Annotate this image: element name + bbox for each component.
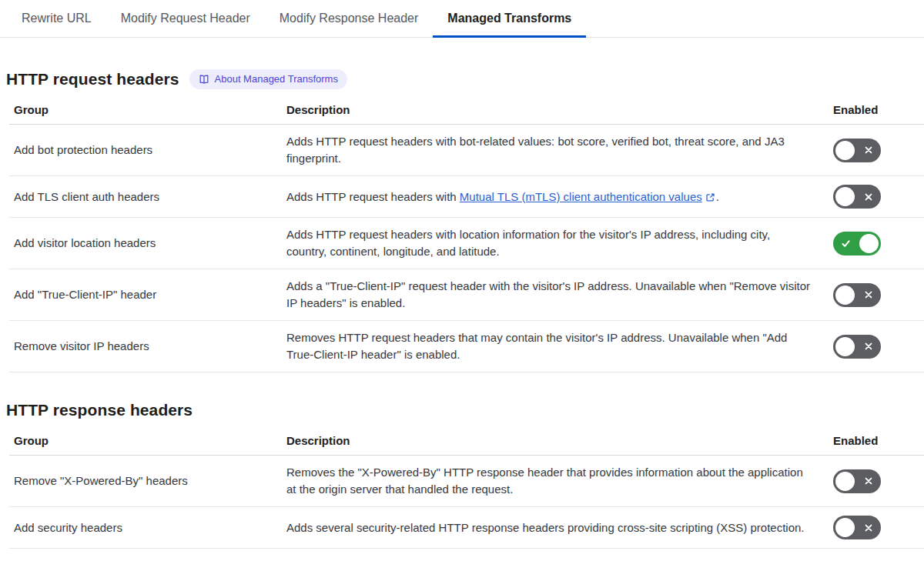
toggle-knob bbox=[859, 234, 879, 253]
table-header-row: Group Description Enabled bbox=[9, 99, 924, 125]
toggle-knob bbox=[835, 472, 855, 491]
tab-modify-request-header[interactable]: Modify Request Header bbox=[106, 0, 265, 37]
enabled-cell bbox=[833, 469, 882, 493]
description-cell: Removes HTTP request headers that may co… bbox=[286, 329, 833, 363]
column-header-group: Group bbox=[14, 434, 286, 447]
table-row: Remove visitor IP headersRemoves HTTP re… bbox=[9, 321, 924, 372]
table-body: Remove "X-Powered-By" headersRemoves the… bbox=[9, 456, 924, 549]
table-row: Remove "X-Powered-By" headersRemoves the… bbox=[9, 456, 924, 507]
column-header-description: Description bbox=[286, 103, 833, 116]
enabled-cell bbox=[833, 139, 882, 162]
group-cell: Add "True-Client-IP" header bbox=[14, 286, 286, 303]
request-headers-table: Group Description Enabled Add bot protec… bbox=[9, 99, 924, 372]
tab-rewrite-url[interactable]: Rewrite URL bbox=[7, 0, 106, 37]
book-icon bbox=[199, 74, 209, 85]
enabled-toggle[interactable] bbox=[833, 469, 881, 493]
x-icon bbox=[864, 523, 873, 533]
enabled-cell bbox=[833, 232, 882, 255]
group-cell: Add security headers bbox=[14, 519, 286, 536]
tab-label: Modify Request Header bbox=[121, 12, 250, 25]
section-header: HTTP response headers bbox=[6, 400, 918, 420]
table-body: Add bot protection headersAdds HTTP requ… bbox=[9, 125, 924, 372]
description-link[interactable]: Mutual TLS (mTLS) client authentication … bbox=[460, 190, 702, 203]
column-header-description: Description bbox=[286, 434, 833, 447]
enabled-cell bbox=[833, 335, 882, 359]
group-cell: Add bot protection headers bbox=[14, 142, 286, 159]
enabled-toggle[interactable] bbox=[833, 232, 881, 255]
tab-managed-transforms[interactable]: Managed Transforms bbox=[433, 0, 586, 37]
table-row: Add visitor location headersAdds HTTP re… bbox=[9, 218, 924, 269]
tab-label: Managed Transforms bbox=[447, 12, 571, 25]
description-cell: Removes the "X-Powered-By" HTTP response… bbox=[286, 464, 833, 498]
check-icon bbox=[841, 239, 851, 249]
external-link-icon[interactable] bbox=[705, 192, 715, 202]
enabled-cell bbox=[833, 283, 882, 307]
tab-modify-response-header[interactable]: Modify Response Header bbox=[265, 0, 434, 37]
column-header-enabled: Enabled bbox=[833, 103, 882, 116]
enabled-toggle[interactable] bbox=[833, 335, 881, 359]
table-row: Add bot protection headersAdds HTTP requ… bbox=[9, 125, 924, 176]
about-managed-transforms-badge[interactable]: About Managed Transforms bbox=[189, 69, 347, 89]
section-header: HTTP request headers About Managed Trans… bbox=[6, 69, 918, 89]
enabled-toggle[interactable] bbox=[833, 185, 881, 209]
column-header-enabled: Enabled bbox=[833, 434, 882, 447]
section-http-response-headers: HTTP response headers Group Description … bbox=[0, 400, 924, 549]
section-title: HTTP request headers bbox=[6, 69, 179, 89]
description-cell: Adds HTTP request headers with bot-relat… bbox=[286, 133, 833, 167]
tab-label: Rewrite URL bbox=[22, 12, 92, 25]
managed-transforms-page: Rewrite URLModify Request HeaderModify R… bbox=[0, 0, 924, 549]
tab-label: Modify Response Header bbox=[280, 12, 419, 25]
table-row: Add TLS client auth headersAdds HTTP req… bbox=[9, 176, 924, 218]
x-icon bbox=[864, 476, 873, 486]
description-cell: Adds a "True-Client-IP" request header w… bbox=[286, 278, 833, 312]
x-icon bbox=[864, 145, 873, 155]
enabled-toggle[interactable] bbox=[833, 516, 881, 539]
description-cell: Adds HTTP request headers with location … bbox=[286, 226, 833, 260]
enabled-toggle[interactable] bbox=[833, 139, 881, 162]
section-http-request-headers: HTTP request headers About Managed Trans… bbox=[0, 69, 924, 372]
badge-label: About Managed Transforms bbox=[215, 73, 338, 85]
group-cell: Remove visitor IP headers bbox=[14, 338, 286, 355]
group-cell: Add TLS client auth headers bbox=[14, 189, 286, 205]
toggle-knob bbox=[835, 518, 855, 537]
description-cell: Adds HTTP request headers with Mutual TL… bbox=[286, 189, 833, 205]
tab-bar: Rewrite URLModify Request HeaderModify R… bbox=[0, 0, 924, 38]
group-cell: Add visitor location headers bbox=[14, 235, 286, 252]
group-cell: Remove "X-Powered-By" headers bbox=[14, 472, 286, 489]
enabled-toggle[interactable] bbox=[833, 283, 881, 307]
toggle-knob bbox=[835, 286, 855, 305]
description-cell: Adds several security-related HTTP respo… bbox=[286, 519, 833, 536]
x-icon bbox=[864, 290, 873, 299]
x-icon bbox=[864, 342, 873, 351]
enabled-cell bbox=[833, 185, 882, 209]
x-icon bbox=[864, 192, 873, 202]
toggle-knob bbox=[835, 187, 855, 206]
response-headers-table: Group Description Enabled Remove "X-Powe… bbox=[9, 429, 924, 549]
section-title: HTTP response headers bbox=[6, 400, 192, 420]
table-header-row: Group Description Enabled bbox=[9, 429, 924, 456]
toggle-knob bbox=[835, 141, 855, 160]
table-row: Add security headersAdds several securit… bbox=[9, 507, 924, 549]
enabled-cell bbox=[833, 516, 882, 539]
table-row: Add "True-Client-IP" headerAdds a "True-… bbox=[9, 269, 924, 321]
column-header-group: Group bbox=[14, 103, 286, 116]
toggle-knob bbox=[835, 337, 855, 356]
